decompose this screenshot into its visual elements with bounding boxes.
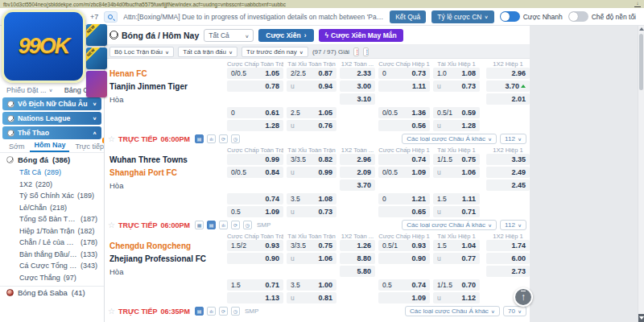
odds-cell[interactable]: 2.09 xyxy=(340,167,375,178)
download-icon[interactable]: ↓ xyxy=(634,2,641,7)
odds-cell[interactable]: 1.11 xyxy=(378,80,430,92)
odds-cell[interactable]: 1.13 xyxy=(227,292,283,303)
tab-bet-slip[interactable]: Phiếu Đặt ... xyxy=(6,86,53,94)
odds-cell[interactable]: 3.35 xyxy=(486,154,530,165)
odds-cell[interactable]: 3/3.50.75 xyxy=(287,240,336,251)
vertical-scrollbar[interactable] xyxy=(638,26,644,322)
dark-mode-toggle[interactable] xyxy=(568,11,588,22)
odds-cell[interactable]: 0/0.51.36 xyxy=(378,107,430,118)
promo-thumbnail-2[interactable]: NEW xyxy=(86,47,107,69)
sidebar-item[interactable]: 1X2(220) xyxy=(0,179,104,191)
quick-bet-toggle[interactable] xyxy=(500,11,520,22)
time-tab-trực-tiếp[interactable]: Trực tiếp123 xyxy=(71,142,105,152)
odds-cell[interactable]: 0.99 xyxy=(227,154,283,165)
odds-cell[interactable]: u0.73 xyxy=(287,206,336,217)
filter-button-3[interactable]: Từ trước đến nay xyxy=(242,47,308,57)
odds-cell[interactable]: 3.70 xyxy=(340,180,375,191)
blue-dice-icon[interactable]: ⋮ xyxy=(363,47,369,56)
odds-cell[interactable]: u0.76 xyxy=(287,120,336,131)
odds-cell[interactable]: 3.51.00 xyxy=(287,279,336,291)
doc-icon[interactable]: ▤ xyxy=(207,221,216,229)
search-button[interactable] xyxy=(104,11,118,23)
odds-cell[interactable]: u0.99 xyxy=(287,167,336,178)
more-bets-count-dropdown[interactable]: 112 xyxy=(500,220,526,230)
odds-cell[interactable]: 1.09 xyxy=(378,292,430,303)
refresh-icon[interactable]: ⟳ xyxy=(219,307,228,316)
odds-type-button[interactable]: Tỷ lệ cược CN xyxy=(431,10,493,23)
odds-cell[interactable]: 0.5/10.59 xyxy=(433,107,480,118)
asian-bets-dropdown[interactable]: Các loại cược Châu Á khác xyxy=(405,306,500,316)
red-dice-icon[interactable]: ⋮ xyxy=(353,47,359,56)
stats-icon[interactable]: ılı xyxy=(207,307,216,316)
sidebar-item-football[interactable]: Bóng đá (386) xyxy=(0,153,104,165)
results-button[interactable]: Kết Quả xyxy=(390,10,426,23)
stats-icon[interactable]: ılı xyxy=(219,221,228,229)
calendar-icon[interactable]: ▦ xyxy=(195,221,204,229)
odds-cell[interactable]: u1.28 xyxy=(433,120,480,131)
sidebar-item[interactable]: Tất Cả(289) xyxy=(0,167,104,179)
sidebar-item[interactable]: Cược Thắng(97) xyxy=(0,272,104,284)
odds-cell[interactable]: 3.00 xyxy=(340,80,375,92)
asian-bets-dropdown[interactable]: Các loại cược Châu Á khác xyxy=(402,220,497,230)
odds-cell[interactable]: 2.96 xyxy=(486,68,530,79)
odds-cell[interactable]: 1.51.11 xyxy=(433,193,480,204)
odds-cell[interactable]: 0/0.51.05 xyxy=(227,68,283,79)
odds-cell[interactable]: 1/1.50.75 xyxy=(433,154,480,165)
scroll-down-arrow-icon[interactable] xyxy=(638,314,644,322)
time-tab-sớm[interactable]: Sớm xyxy=(5,142,28,152)
odds-cell[interactable]: 01.21 xyxy=(378,193,430,204)
odds-cell[interactable]: u0.73 xyxy=(433,80,480,92)
odds-cell[interactable]: u0.81 xyxy=(287,292,336,303)
odds-cell[interactable]: 2.01 xyxy=(486,93,530,105)
odds-cell[interactable]: 0.65 xyxy=(378,206,430,217)
odds-cell[interactable]: 00.61 xyxy=(227,107,283,118)
league-filter-select[interactable]: Tất Cả xyxy=(204,29,254,42)
league-banner-2[interactable]: Nations League xyxy=(2,112,101,125)
odds-cell[interactable]: 0.51.09 xyxy=(227,206,283,217)
scrollbar-thumb[interactable] xyxy=(639,34,643,90)
odds-cell[interactable]: u0.94 xyxy=(287,80,336,92)
odds-cell[interactable]: 3/3.50.82 xyxy=(287,154,336,165)
sidebar-item[interactable]: Lẻ/Chẵn(218) xyxy=(0,202,104,214)
odds-cell[interactable]: 1.5/20.93 xyxy=(227,240,283,251)
promo-thumbnail-1[interactable]: NEW xyxy=(86,24,107,46)
odds-cell[interactable]: 0.5/10.93 xyxy=(378,240,430,251)
odds-cell[interactable]: u1.06 xyxy=(433,167,480,178)
odds-cell[interactable]: 2.96 xyxy=(340,154,375,165)
odds-cell[interactable]: 1.74 xyxy=(486,240,530,251)
odds-cell[interactable]: 3.51.08 xyxy=(287,193,336,204)
doc-icon[interactable]: ▤ xyxy=(195,307,204,316)
clock-icon[interactable]: ◷ xyxy=(243,221,252,229)
odds-cell[interactable]: 0/0.51.09 xyxy=(378,167,430,178)
odds-cell[interactable]: 8.80 xyxy=(340,253,375,264)
logo-99ok[interactable]: 99OK xyxy=(2,10,85,83)
odds-cell[interactable]: 1/1.50.70 xyxy=(433,279,480,291)
sidebar-item[interactable]: Tổng Số Bàn Thắng(187) xyxy=(0,213,104,225)
lucky-parlay-button[interactable]: ϟ Cược Xiên May Mắn xyxy=(319,29,403,42)
odds-cell[interactable]: 5.80 xyxy=(340,266,375,277)
league-banner-3[interactable]: Thể Thao xyxy=(2,126,101,139)
more-bets-count-dropdown[interactable]: 112 xyxy=(500,134,526,144)
sidebar-item[interactable]: Hiệp 1/Toàn Trận(182) xyxy=(0,225,104,237)
odds-cell[interactable]: 2.45 xyxy=(486,180,530,191)
odds-cell[interactable]: 2.33 xyxy=(340,68,375,79)
time-tab-hôm-nay[interactable]: Hôm Nay xyxy=(30,141,69,152)
odds-cell[interactable]: 1.26 xyxy=(340,240,375,251)
odds-cell[interactable]: 2.49 xyxy=(486,167,530,178)
odds-cell[interactable]: 3.10 xyxy=(340,93,375,105)
odds-cell[interactable]: u1.12 xyxy=(433,292,480,303)
filter-button-1[interactable]: Bộ Lọc Trận Đấu xyxy=(109,47,174,57)
odds-cell[interactable]: 0.78 xyxy=(227,80,283,92)
odds-cell[interactable]: 2/2.50.87 xyxy=(287,68,336,79)
odds-cell[interactable]: 0/0.50.84 xyxy=(227,167,283,178)
asian-bets-dropdown[interactable]: Các loại cược Châu Á khác xyxy=(402,134,497,144)
odds-cell[interactable]: 0.74 xyxy=(378,154,430,165)
sidebar-item[interactable]: Tỷ Số Chính Xác(189) xyxy=(0,190,104,202)
odds-cell[interactable]: 00.73 xyxy=(378,68,430,79)
doc-icon[interactable]: ▤ xyxy=(195,134,204,143)
sidebar-item-saba[interactable]: Bóng Đá Saba (41) xyxy=(0,286,104,299)
favorite-star-icon[interactable]: ☆ xyxy=(108,308,115,316)
odds-cell[interactable]: u1.06 xyxy=(287,253,336,264)
odds-cell[interactable]: u0.71 xyxy=(433,206,480,217)
odds-cell[interactable]: 1.50.71 xyxy=(227,279,283,291)
